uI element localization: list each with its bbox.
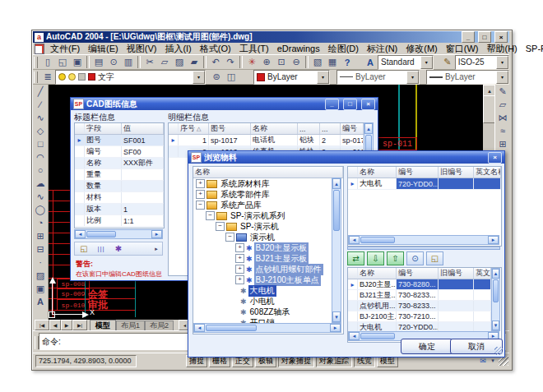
menu-edit[interactable]: 编辑(E) — [84, 42, 123, 56]
tree-vscrollbar[interactable]: ▴ ▾ — [332, 178, 341, 323]
table-row[interactable]: ▸ 大电机 720-YDD0... — [348, 178, 501, 190]
ellipse-arc-button[interactable]: ◔ — [33, 216, 48, 229]
open-material-button[interactable]: ◱ — [426, 251, 443, 265]
scroll-right-button[interactable]: ▸ — [151, 230, 162, 238]
column-header-field[interactable]: 字段 — [85, 123, 122, 134]
dialog-close-button[interactable]: × — [488, 152, 502, 164]
scroll-down-button[interactable]: ▾ — [492, 321, 499, 330]
titleblock-hscrollbar[interactable]: ◂ ▸ — [74, 229, 163, 239]
layer-previous-button[interactable]: ⊜ — [209, 71, 224, 84]
plot-button[interactable]: ▤ — [91, 56, 106, 69]
insert-block-button[interactable]: ⊞ — [33, 229, 48, 242]
hatch-button[interactable]: ▨ — [33, 269, 48, 282]
table-row[interactable]: 版本 1 — [75, 204, 164, 215]
menu-tools[interactable]: 工具(T) — [235, 42, 273, 56]
scroll-left-button[interactable]: ◂ — [349, 332, 360, 340]
make-block-button[interactable]: ⊟ — [33, 242, 48, 256]
column-header-oldcode[interactable]: 旧编号 — [439, 167, 474, 178]
tab-model[interactable]: 模型 — [90, 320, 116, 330]
scroll-thumb[interactable] — [493, 279, 499, 302]
layer-manager-button[interactable]: ≣ — [40, 71, 55, 84]
offset-button[interactable]: ≈ — [495, 124, 510, 137]
scroll-right-button[interactable]: ▸ — [330, 324, 341, 332]
dialog-resize-grip[interactable] — [494, 347, 503, 355]
selected-grid-hscrollbar[interactable]: ◂ ▸ — [348, 235, 499, 245]
tree-item-big-motor[interactable]: ✱ 大电机 — [240, 285, 276, 296]
new-file-button[interactable]: ▯ — [40, 56, 55, 69]
line-button[interactable]: ╱ — [33, 85, 48, 98]
plot-preview-button[interactable]: ⊙ — [106, 56, 121, 69]
tab-layout2[interactable]: 布局2 — [145, 321, 174, 330]
text-style-combo[interactable]: Standard ▾ — [378, 55, 434, 70]
zoom-window-button[interactable]: ⊡ — [274, 56, 289, 69]
dialog-minimize-button[interactable]: _ — [325, 99, 339, 110]
column-header-engname[interactable]: 英文名称 — [474, 268, 491, 279]
splitter-handle[interactable] — [347, 247, 500, 250]
circle-button[interactable]: ○ — [33, 164, 48, 177]
scroll-right-button[interactable]: ▸ — [488, 236, 499, 244]
collapse-icon[interactable]: − — [196, 201, 205, 210]
lineweight-combo[interactable]: ByLayer ▾ — [426, 70, 509, 85]
tab-last-button[interactable]: ▶| — [72, 320, 87, 330]
publish-button[interactable]: ▥ — [121, 56, 136, 69]
value-cell[interactable]: SF001 — [122, 135, 164, 145]
tab-next-button[interactable]: ▶ — [61, 320, 72, 330]
value-cell[interactable] — [122, 192, 164, 203]
linetype-combo[interactable]: ByLayer ▾ — [336, 70, 420, 85]
dialog-maximize-button[interactable]: □ — [343, 99, 357, 110]
tree-item-sp-demo[interactable]: − SP-演示机 — [216, 221, 281, 232]
barcode-button[interactable]: ||| — [94, 243, 109, 254]
column-header-material[interactable]: ... — [298, 123, 320, 134]
ellipse-button[interactable]: ◯ — [33, 203, 48, 216]
table-row[interactable]: 编号 SF00 — [75, 146, 164, 158]
redo-button[interactable]: ↷ — [223, 56, 238, 69]
chevron-down-icon[interactable]: ▾ — [496, 71, 508, 84]
table-row[interactable]: ▸ 图号 SF001 — [75, 135, 164, 146]
menu-file[interactable]: 文件(F) — [46, 42, 84, 56]
collapse-icon[interactable]: − — [216, 222, 225, 231]
column-header-oldcode[interactable]: 旧编号 — [439, 268, 474, 279]
tree-item-raw-materials[interactable]: + 系统原材料库 — [196, 178, 272, 189]
open-info-button[interactable]: ◱ — [77, 243, 91, 254]
coordinates-readout[interactable]: 725.1794, 429.8903, 0.0000 — [35, 355, 137, 367]
open-button[interactable]: ◱ — [55, 56, 70, 69]
move-down-button[interactable]: ⇩ — [367, 251, 384, 265]
toolbar-grip[interactable] — [34, 57, 38, 68]
column-header-qty[interactable]: ... — [320, 123, 341, 134]
table-row[interactable]: 名称 XXX部件 — [75, 158, 164, 169]
menu-window[interactable]: 窗口(W) — [442, 42, 483, 56]
scroll-left-button[interactable]: ◂ — [349, 236, 360, 244]
column-header-code[interactable]: 编号 — [397, 167, 439, 178]
revision-cloud-button[interactable]: ☁ — [33, 177, 48, 190]
add-record-button[interactable]: ✱ — [111, 243, 126, 254]
polyline-button[interactable]: ∿ — [33, 111, 48, 124]
spline-button[interactable]: ∿ — [33, 190, 48, 203]
paste-button[interactable]: ▨ — [172, 56, 187, 69]
toolbar-grip[interactable] — [34, 71, 38, 83]
tree-item-demo-machine[interactable]: − 演示机 — [225, 232, 276, 242]
menu-view[interactable]: 视图(V) — [123, 42, 161, 56]
expand-icon[interactable]: + — [235, 243, 244, 252]
menu-insert[interactable]: 插入(I) — [160, 42, 195, 56]
scroll-thumb[interactable] — [360, 333, 395, 339]
column-header-code[interactable]: 编号 — [397, 268, 439, 279]
cut-button[interactable]: ✂ — [142, 56, 157, 69]
menu-edrawings[interactable]: eDrawings — [273, 43, 324, 54]
table-row[interactable]: BJ-2100主... 730-7210... — [348, 311, 491, 322]
column-header-name[interactable]: 名称 — [358, 268, 397, 279]
chevron-down-icon[interactable]: ▾ — [406, 71, 419, 84]
cad-info-titlebar[interactable]: SP CAD图纸信息 _ □ × — [71, 98, 378, 110]
search-button[interactable]: ⊙ — [406, 251, 424, 265]
copy-button[interactable]: ▱ — [157, 56, 172, 69]
column-header-name[interactable]: 名称 — [358, 167, 397, 178]
toolbar-more-button[interactable]: ▸ — [152, 243, 160, 254]
value-cell[interactable] — [122, 169, 164, 180]
collapse-icon[interactable]: − — [206, 211, 215, 220]
chevron-down-icon[interactable]: ▾ — [420, 56, 433, 69]
table-row[interactable]: 比例 1:1 — [75, 215, 164, 227]
tree-item-bj20-board[interactable]: + ✱ BJ20主显示板 — [235, 242, 309, 253]
scroll-left-button[interactable]: ◂ — [194, 324, 205, 332]
value-cell[interactable]: 1 — [122, 204, 164, 214]
expand-icon[interactable]: + — [196, 190, 205, 199]
undo-button[interactable]: ↶ — [208, 56, 223, 69]
